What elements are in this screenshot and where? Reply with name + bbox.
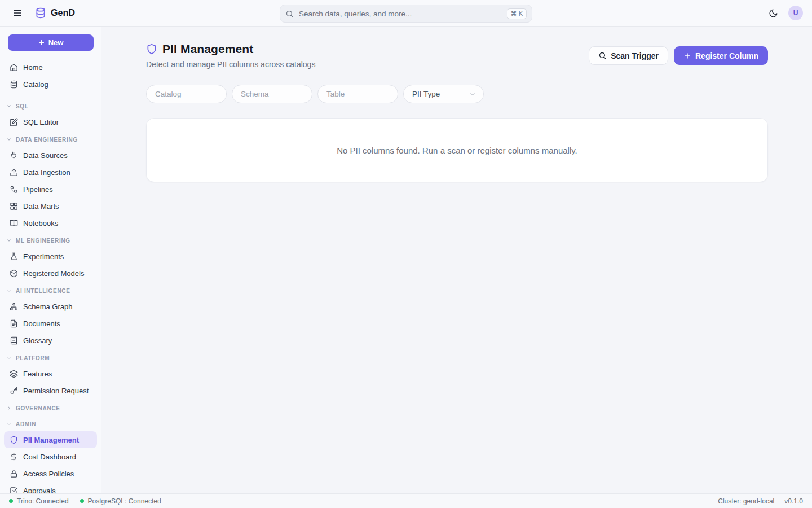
edit-icon [10, 118, 18, 126]
page-subtitle: Detect and manage PII columns across cat… [146, 60, 315, 69]
upload-icon [10, 168, 18, 177]
trino-status-label: Trino: Connected [17, 497, 69, 505]
search-icon [598, 51, 607, 60]
sidebar-item-home[interactable]: Home [4, 59, 97, 76]
sidebar-section-ml-engineering[interactable]: ML ENGINEERING [4, 234, 97, 247]
sidebar-section-title: ADMIN [16, 421, 36, 427]
sidebar-item-label: Cost Dashboard [23, 453, 76, 461]
search-shortcut-badge: ⌘ K [507, 8, 527, 19]
plus-icon [683, 52, 691, 60]
new-button[interactable]: New [8, 34, 94, 51]
dark-mode-toggle[interactable] [765, 5, 782, 21]
sidebar-item-access-policies[interactable]: Access Policies [4, 465, 97, 482]
dollar-icon [10, 453, 18, 461]
scan-trigger-button[interactable]: Scan Trigger [589, 46, 668, 65]
schema-filter-input[interactable] [232, 85, 312, 103]
network-icon [10, 303, 18, 311]
sidebar-item-label: Experiments [23, 252, 64, 261]
sidebar-item-cost-dashboard[interactable]: Cost Dashboard [4, 448, 97, 465]
book-icon [10, 336, 18, 345]
sidebar-section-sql[interactable]: SQL [4, 99, 97, 113]
shield-icon [10, 436, 18, 444]
sidebar-item-permission-request[interactable]: Permission Request [4, 382, 97, 399]
trino-status: Trino: Connected [9, 497, 69, 505]
empty-state-card: No PII columns found. Run a scan or regi… [146, 118, 768, 182]
sidebar-section-title: PLATFORM [16, 355, 50, 361]
chevron-down-icon [6, 238, 12, 243]
sidebar-item-label: Notebooks [23, 219, 58, 227]
sidebar-item-approvals[interactable]: Approvals [4, 482, 97, 493]
sidebar-item-catalog[interactable]: Catalog [4, 76, 97, 93]
pii-type-select-label: PII Type [412, 90, 440, 98]
chevron-right-icon [6, 405, 12, 411]
user-avatar[interactable]: U [788, 6, 803, 20]
table-filter-input[interactable] [317, 85, 398, 103]
sidebar-item-glossary[interactable]: Glossary [4, 332, 97, 349]
sidebar-section-governance[interactable]: GOVERNANCE [4, 401, 97, 415]
register-column-button[interactable]: Register Column [674, 46, 768, 65]
sidebar-section-platform[interactable]: PLATFORM [4, 351, 97, 365]
sidebar-section-title: SQL [16, 103, 29, 110]
page-heading-block: PII Management Detect and manage PII col… [146, 42, 315, 69]
layers-icon [10, 370, 18, 378]
sidebar-section-ai-intelligence[interactable]: AI INTELLIGENCE [4, 284, 97, 297]
search-input[interactable] [299, 10, 502, 18]
green-status-dot [80, 499, 84, 503]
sidebar-item-sql-editor[interactable]: SQL Editor [4, 113, 97, 130]
sidebar-item-label: Glossary [23, 336, 52, 345]
hamburger-menu-button[interactable] [9, 5, 26, 21]
sidebar-item-data-marts[interactable]: Data Marts [4, 198, 97, 214]
sidebar-section-admin[interactable]: ADMIN [4, 417, 97, 431]
new-button-label: New [48, 38, 64, 47]
open-book-icon [10, 219, 18, 227]
sidebar-item-label: Permission Request [23, 387, 89, 395]
database-logo-icon [35, 7, 46, 19]
sidebar-item-label: Home [23, 63, 43, 72]
check-square-icon [10, 487, 18, 494]
workflow-icon [10, 185, 18, 194]
sidebar-item-schema-graph[interactable]: Schema Graph [4, 298, 97, 315]
catalog-filter-input[interactable] [146, 85, 227, 103]
sidebar-item-label: Catalog [23, 80, 48, 89]
sidebar-section-data-engineering[interactable]: DATA ENGINEERING [4, 133, 97, 146]
sidebar-item-label: Data Ingestion [23, 168, 70, 177]
register-column-label: Register Column [695, 51, 758, 60]
sidebar-item-features[interactable]: Features [4, 365, 97, 382]
sidebar-item-label: Pipelines [23, 185, 53, 194]
sidebar-section-title: ML ENGINEERING [16, 238, 70, 244]
hamburger-icon [12, 8, 23, 18]
app-name: GenD [51, 8, 75, 18]
sidebar-item-data-sources[interactable]: Data Sources [4, 147, 97, 164]
sidebar-item-registered-models[interactable]: Registered Models [4, 265, 97, 282]
postgres-status-label: PostgreSQL: Connected [88, 497, 161, 505]
filter-bar: PII Type [146, 85, 768, 103]
chevron-down-icon [6, 421, 12, 427]
sidebar-section-title: GOVERNANCE [16, 405, 60, 411]
sidebar: New Home Catalog SQL SQL Editor DATA ENG… [0, 27, 102, 493]
cluster-label: Cluster: gend-local [718, 497, 774, 505]
app-logo[interactable]: GenD [35, 7, 75, 19]
file-text-icon [10, 319, 18, 328]
plus-icon [38, 39, 45, 46]
chevron-down-icon [6, 103, 12, 109]
global-search[interactable]: ⌘ K [280, 5, 532, 23]
search-icon [285, 10, 294, 18]
empty-state-message: No PII columns found. Run a scan or regi… [337, 146, 577, 155]
sidebar-item-documents[interactable]: Documents [4, 315, 97, 332]
sidebar-item-label: SQL Editor [23, 118, 59, 126]
pii-type-select[interactable]: PII Type [403, 85, 484, 103]
scan-trigger-label: Scan Trigger [611, 51, 659, 60]
sidebar-item-experiments[interactable]: Experiments [4, 248, 97, 265]
sidebar-item-notebooks[interactable]: Notebooks [4, 214, 97, 231]
status-bar: Trino: Connected PostgreSQL: Connected C… [0, 493, 812, 508]
postgres-status: PostgreSQL: Connected [80, 497, 161, 505]
chevron-down-icon [6, 137, 12, 142]
sidebar-item-pipelines[interactable]: Pipelines [4, 181, 97, 198]
sidebar-item-pii-management[interactable]: PII Management [4, 431, 97, 448]
sidebar-item-label: Documents [23, 319, 60, 328]
sidebar-item-label: Registered Models [23, 269, 84, 278]
shield-icon [146, 43, 157, 55]
sidebar-item-label: Schema Graph [23, 303, 72, 311]
lock-icon [10, 470, 18, 478]
sidebar-item-data-ingestion[interactable]: Data Ingestion [4, 164, 97, 181]
